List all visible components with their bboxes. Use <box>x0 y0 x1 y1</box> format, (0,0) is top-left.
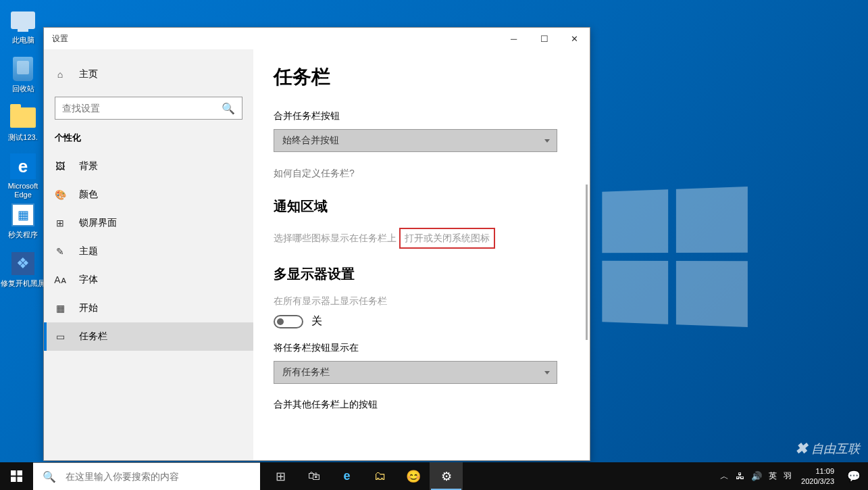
show-buttons-dropdown[interactable]: 所有任务栏 <box>274 361 557 384</box>
system-tray[interactable]: ︿ 🖧 🔊 英 羽 <box>716 462 796 490</box>
maximize-button[interactable]: ☐ <box>529 28 559 49</box>
combine-other-label: 合并其他任务栏上的按钮 <box>274 399 569 411</box>
sidebar-item-2[interactable]: ⊞锁屏界面 <box>44 209 253 237</box>
notification-area-heading: 通知区域 <box>274 197 569 216</box>
sidebar-item-1[interactable]: 🎨颜色 <box>44 180 253 209</box>
sidebar: ⌂ 主页 🔍 个性化 🖼背景🎨颜色⊞锁屏界面✎主题Aᴀ字体▦开始▭任务栏 <box>44 49 253 460</box>
sidebar-item-label: 主题 <box>79 245 98 258</box>
desktop-icon-recycle-bin[interactable]: 回收站 <box>0 52 46 101</box>
taskbar-explorer-icon[interactable]: 🗂 <box>363 462 397 490</box>
system-icons-link[interactable]: 打开或关闭系统图标 <box>405 232 490 245</box>
settings-search-input[interactable] <box>62 103 222 114</box>
sidebar-category: 个性化 <box>44 132 253 152</box>
nav-icon: ▦ <box>55 303 66 314</box>
action-center-button[interactable]: 💬 <box>840 462 868 490</box>
sidebar-item-label: 字体 <box>79 274 98 286</box>
nav-home[interactable]: ⌂ 主页 <box>44 62 253 87</box>
tray-network-icon[interactable]: 🖧 <box>736 471 744 481</box>
taskbar-edge-icon[interactable]: e <box>330 462 363 490</box>
select-icons-link[interactable]: 选择哪些图标显示在任务栏上 <box>274 232 397 245</box>
toggle-off-label: 关 <box>311 314 322 328</box>
start-button[interactable] <box>0 462 33 490</box>
notification-icon: 💬 <box>847 470 861 483</box>
show-buttons-on-label: 将任务栏按钮显示在 <box>274 342 569 354</box>
sidebar-item-label: 背景 <box>79 160 98 172</box>
taskbar-store-icon[interactable]: 🛍 <box>297 462 330 490</box>
desktop-icon-pc[interactable]: 此电脑 <box>0 3 46 52</box>
desktop-icon-app[interactable]: ▦ 秒关程序 <box>0 198 46 247</box>
search-icon: 🔍 <box>222 102 235 115</box>
combine-dropdown[interactable]: 始终合并按钮 <box>274 129 557 152</box>
taskbar-clock[interactable]: 11:09 2020/3/23 <box>796 462 840 490</box>
desktop-icon-edge[interactable]: e Microsoft Edge <box>0 149 46 198</box>
desktop-wallpaper-logo <box>602 187 748 327</box>
tray-volume-icon[interactable]: 🔊 <box>751 471 762 481</box>
combine-label: 合并任务栏按钮 <box>274 110 569 122</box>
tray-ime-mode[interactable]: 羽 <box>784 470 792 482</box>
task-view-button[interactable]: ⊞ <box>264 462 297 490</box>
taskbar-screenshot-icon[interactable]: 😊 <box>397 462 430 490</box>
search-icon: 🔍 <box>43 470 56 483</box>
settings-content: 任务栏 合并任务栏按钮 始终合并按钮 如何自定义任务栏? 通知区域 选择哪些图标… <box>253 49 590 460</box>
nav-icon: 🎨 <box>55 189 66 200</box>
close-button[interactable]: ✕ <box>559 28 590 49</box>
settings-window: 设置 ─ ☐ ✕ ⌂ 主页 🔍 个性化 🖼背景🎨颜色⊞锁屏界面✎主题Aᴀ字体▦开… <box>43 27 590 461</box>
svg-rect-3 <box>18 477 23 483</box>
scrollbar[interactable] <box>586 185 588 340</box>
nav-icon: Aᴀ <box>55 274 66 285</box>
clock-date: 2020/3/23 <box>801 476 834 487</box>
nav-icon: ⊞ <box>55 218 66 228</box>
sidebar-item-label: 任务栏 <box>79 330 107 343</box>
sidebar-item-0[interactable]: 🖼背景 <box>44 152 253 180</box>
minimize-button[interactable]: ─ <box>499 28 529 49</box>
tray-chevron-icon[interactable]: ︿ <box>720 470 729 483</box>
nav-icon: ▭ <box>55 331 66 342</box>
page-title: 任务栏 <box>274 64 569 90</box>
sidebar-item-3[interactable]: ✎主题 <box>44 237 253 266</box>
titlebar: 设置 ─ ☐ ✕ <box>44 28 590 49</box>
window-title: 设置 <box>52 33 499 45</box>
nav-icon: 🖼 <box>55 161 66 172</box>
taskbar-search[interactable]: 🔍 <box>33 462 260 490</box>
clock-time: 11:09 <box>815 466 834 476</box>
system-icons-link-highlight: 打开或关闭系统图标 <box>399 228 495 249</box>
taskbar-search-input[interactable] <box>66 471 251 482</box>
multi-display-heading: 多显示器设置 <box>274 265 569 283</box>
taskbar-settings-icon[interactable]: ⚙ <box>430 462 463 490</box>
watermark: ✖自由互联 <box>795 440 860 458</box>
sidebar-item-6[interactable]: ▭任务栏 <box>44 322 253 351</box>
customize-taskbar-link[interactable]: 如何自定义任务栏? <box>274 168 355 180</box>
nav-icon: ✎ <box>55 246 66 257</box>
sidebar-item-4[interactable]: Aᴀ字体 <box>44 266 253 294</box>
sidebar-item-label: 颜色 <box>79 189 98 201</box>
home-icon: ⌂ <box>55 69 66 80</box>
svg-rect-0 <box>11 470 16 476</box>
tray-ime-lang[interactable]: 英 <box>769 470 777 482</box>
show-on-all-label: 在所有显示器上显示任务栏 <box>274 295 569 308</box>
desktop-icon-repair[interactable]: ❖ 修复开机黑屏 <box>0 247 46 295</box>
sidebar-item-label: 开始 <box>79 302 98 314</box>
desktop-icon-folder[interactable]: 测试123. <box>0 101 46 149</box>
taskbar: 🔍 ⊞ 🛍 e 🗂 😊 ⚙ ︿ 🖧 🔊 英 羽 11:09 2020/3/23 … <box>0 462 868 490</box>
settings-search[interactable]: 🔍 <box>55 97 242 120</box>
show-on-all-toggle[interactable] <box>274 315 303 328</box>
sidebar-item-label: 锁屏界面 <box>79 217 117 229</box>
svg-rect-2 <box>11 477 16 483</box>
windows-icon <box>11 470 22 482</box>
svg-rect-1 <box>18 470 23 476</box>
desktop-icons: 此电脑 回收站 测试123. e Microsoft Edge ▦ 秒关程序 ❖… <box>0 0 47 295</box>
sidebar-item-5[interactable]: ▦开始 <box>44 294 253 322</box>
